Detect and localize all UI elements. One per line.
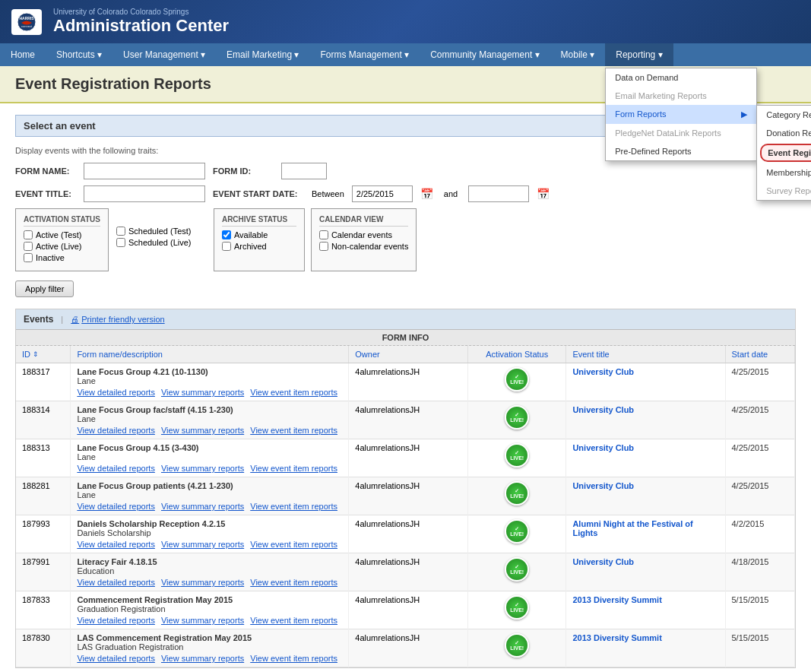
event-title-link[interactable]: University Club xyxy=(572,481,634,490)
nav-community-management[interactable]: Community Management ▾ xyxy=(420,43,550,66)
non-calendar-events-checkbox[interactable] xyxy=(319,242,328,251)
live-badge: ✓LIVE! xyxy=(505,519,529,544)
activation-inactive-checkbox[interactable] xyxy=(24,253,33,262)
start-date-from-input[interactable] xyxy=(352,185,413,202)
view-event-item-reports-link[interactable]: View event item reports xyxy=(250,616,337,625)
cell-event-title: 2013 Diversity Summit xyxy=(566,591,725,629)
view-event-item-reports-link[interactable]: View event item reports xyxy=(250,502,337,511)
submenu-membership-reports[interactable]: Membership Reports xyxy=(757,163,811,182)
table-row: 188313Lane Focus Group 4.15 (3-430) Lane… xyxy=(16,439,795,477)
col-header-owner[interactable]: Owner xyxy=(349,346,468,363)
event-title-input[interactable] xyxy=(84,185,205,202)
form-info-header: FORM INFO xyxy=(16,330,795,346)
activation-active-test-checkbox[interactable] xyxy=(24,230,33,239)
view-event-item-reports-link[interactable]: View event item reports xyxy=(250,464,337,473)
view-summary-reports-link[interactable]: View summary reports xyxy=(161,464,244,473)
separator: | xyxy=(61,315,63,324)
view-detailed-reports-link[interactable]: View detailed reports xyxy=(77,464,155,473)
col-header-event-title[interactable]: Event title xyxy=(566,346,725,363)
start-date-value: 4/25/2015 xyxy=(732,405,769,414)
submenu-event-registration-reports[interactable]: Event Registration Reports xyxy=(760,144,811,162)
nav-user-management[interactable]: User Management ▾ xyxy=(112,43,216,66)
activation-scheduled-test-checkbox[interactable] xyxy=(116,227,125,236)
view-detailed-reports-link[interactable]: View detailed reports xyxy=(77,578,155,587)
view-detailed-reports-link[interactable]: View detailed reports xyxy=(77,426,155,435)
cell-activation-status: ✓LIVE! xyxy=(468,591,566,629)
cell-start-date: 5/15/2015 xyxy=(725,629,795,667)
nav-forms-management[interactable]: Forms Management ▾ xyxy=(309,43,420,66)
activation-active-live-checkbox[interactable] xyxy=(24,242,33,251)
calendar-events-checkbox[interactable] xyxy=(319,230,328,239)
view-summary-reports-link[interactable]: View summary reports xyxy=(161,388,244,397)
dropdown-form-reports[interactable]: Form Reports ▶ xyxy=(606,105,756,124)
nav-email-marketing[interactable]: Email Marketing ▾ xyxy=(216,43,309,66)
submenu-survey-reports[interactable]: Survey Reports xyxy=(757,182,811,200)
view-detailed-reports-link[interactable]: View detailed reports xyxy=(77,540,155,549)
view-summary-reports-link[interactable]: View summary reports xyxy=(161,616,244,625)
start-date-value: 5/15/2015 xyxy=(732,633,769,642)
form-name-input[interactable] xyxy=(84,163,205,179)
event-title-link[interactable]: Alumni Night at the Festival of Lights xyxy=(572,519,692,537)
nav-reporting[interactable]: Reporting ▾ xyxy=(605,43,673,66)
cell-owner: 4alumrelationsJH xyxy=(349,363,468,401)
event-title-link[interactable]: University Club xyxy=(572,367,634,376)
view-summary-reports-link[interactable]: View summary reports xyxy=(161,654,244,663)
cell-event-title: University Club xyxy=(566,401,725,439)
cell-owner: 4alumrelationsJH xyxy=(349,629,468,667)
nav-home[interactable]: Home xyxy=(0,43,46,66)
view-summary-reports-link[interactable]: View summary reports xyxy=(161,578,244,587)
cell-owner: 4alumrelationsJH xyxy=(349,439,468,477)
view-event-item-reports-link[interactable]: View event item reports xyxy=(250,578,337,587)
dropdown-pre-defined-reports[interactable]: Pre-Defined Reports xyxy=(606,142,756,160)
view-summary-reports-link[interactable]: View summary reports xyxy=(161,502,244,511)
view-summary-reports-link[interactable]: View summary reports xyxy=(161,540,244,549)
event-title-link[interactable]: University Club xyxy=(572,405,634,414)
event-title-link[interactable]: University Club xyxy=(572,557,634,566)
col-header-start-date[interactable]: Start date xyxy=(725,346,795,363)
cell-form: Daniels Scholarship Reception 4.2.15 Dan… xyxy=(71,515,349,553)
calendar-from-icon[interactable]: 📅 xyxy=(420,188,433,200)
nav-shortcuts[interactable]: Shortcuts ▾ xyxy=(46,43,112,66)
start-date-to-input[interactable] xyxy=(468,185,529,202)
calendar-view-box: CALENDAR VIEW Calendar events Non-calend… xyxy=(311,208,417,271)
view-event-item-reports-link[interactable]: View event item reports xyxy=(250,540,337,549)
archive-available-checkbox[interactable] xyxy=(222,230,231,239)
nav-mobile[interactable]: Mobile ▾ xyxy=(550,43,606,66)
event-title-link[interactable]: University Club xyxy=(572,443,634,452)
event-title-link[interactable]: 2013 Diversity Summit xyxy=(572,633,661,642)
table-row: 187993Daniels Scholarship Reception 4.2.… xyxy=(16,515,795,553)
view-summary-reports-link[interactable]: View summary reports xyxy=(161,426,244,435)
table-row: 188317Lane Focus Group 4.21 (10-1130) La… xyxy=(16,363,795,401)
cell-event-title: University Club xyxy=(566,553,725,591)
submenu-category-reports[interactable]: Category Reports xyxy=(757,106,811,124)
archive-archived-checkbox[interactable] xyxy=(222,242,231,251)
svg-text:HARRIS: HARRIS xyxy=(19,16,34,21)
view-event-item-reports-link[interactable]: View event item reports xyxy=(250,388,337,397)
form-links: View detailed reports View summary repor… xyxy=(77,654,342,663)
apply-filter-button[interactable]: Apply filter xyxy=(15,281,74,297)
start-date-value: 4/25/2015 xyxy=(732,443,769,452)
col-header-form-name[interactable]: Form name/description xyxy=(71,346,349,363)
printer-friendly-link[interactable]: 🖨 Printer friendly version xyxy=(71,315,164,324)
view-event-item-reports-link[interactable]: View event item reports xyxy=(250,426,337,435)
table-row: 187830LAS Commencement Registration May … xyxy=(16,629,795,667)
form-id-input[interactable] xyxy=(281,163,327,179)
view-detailed-reports-link[interactable]: View detailed reports xyxy=(77,616,155,625)
activation-scheduled-live-checkbox[interactable] xyxy=(116,238,125,247)
submenu-donation-reports[interactable]: Donation Reports xyxy=(757,124,811,142)
col-header-id[interactable]: ID ⇕ xyxy=(16,346,71,363)
dropdown-data-on-demand[interactable]: Data on Demand xyxy=(606,68,756,87)
form-name-text: Lane Focus Group fac/staff (4.15 1-230) xyxy=(77,405,342,414)
svg-text:connect: connect xyxy=(21,24,33,28)
view-detailed-reports-link[interactable]: View detailed reports xyxy=(77,654,155,663)
event-title-link[interactable]: 2013 Diversity Summit xyxy=(572,595,661,604)
table-row: 187991Literacy Fair 4.18.15 Education Vi… xyxy=(16,553,795,591)
calendar-view-title: CALENDAR VIEW xyxy=(319,215,409,227)
view-detailed-reports-link[interactable]: View detailed reports xyxy=(77,502,155,511)
form-name-text: Commencement Registration May 2015 xyxy=(77,595,342,604)
activation-active-live-label: Active (Live) xyxy=(36,242,82,251)
view-detailed-reports-link[interactable]: View detailed reports xyxy=(77,388,155,397)
calendar-to-icon[interactable]: 📅 xyxy=(537,188,550,200)
view-event-item-reports-link[interactable]: View event item reports xyxy=(250,654,337,663)
col-header-activation-status[interactable]: Activation Status xyxy=(468,346,566,363)
